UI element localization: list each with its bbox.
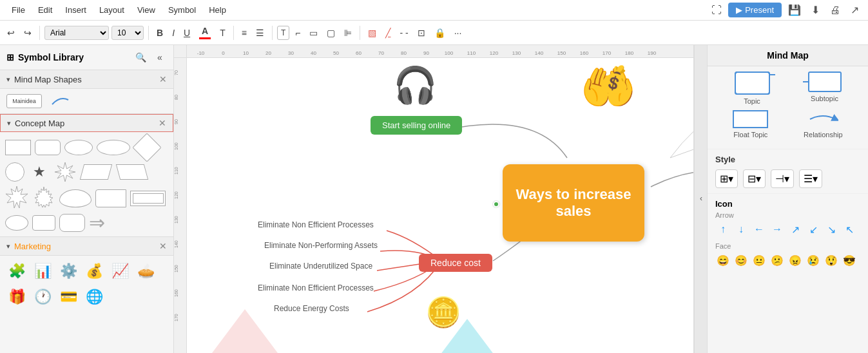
concept-scroll-shape[interactable] — [95, 189, 126, 207]
marketing-icon-6[interactable]: 🎁 — [5, 285, 28, 309]
marketing-icon-9[interactable]: 🌐 — [82, 285, 106, 309]
menu-help[interactable]: Help — [202, 3, 233, 17]
align-options-button[interactable]: ☰ — [253, 26, 267, 40]
face-neutral-icon[interactable]: 😐 — [751, 253, 767, 268]
print-button[interactable]: 🖨 — [826, 2, 844, 19]
menu-insert[interactable]: Insert — [59, 3, 93, 17]
concept-parallelogram-shape[interactable] — [80, 164, 112, 180]
menu-view[interactable]: View — [131, 3, 162, 17]
concept-speech-rect-shape[interactable] — [32, 215, 55, 231]
menu-symbol[interactable]: Symbol — [162, 3, 202, 17]
concept-speech-rect2-shape[interactable] — [59, 214, 85, 232]
face-surprise-icon[interactable]: 😲 — [824, 253, 839, 268]
style-layout-4[interactable]: ☰▾ — [799, 169, 822, 188]
marketing-close-button[interactable]: ✕ — [159, 241, 167, 251]
branch-label-4[interactable]: Reduce Energy Costs — [274, 304, 349, 313]
arrow-se-icon[interactable]: ↘ — [824, 222, 839, 237]
style-layout-1[interactable]: ⊞▾ — [715, 169, 738, 188]
lock-button[interactable]: 🔒 — [431, 26, 448, 40]
main-topic-node[interactable]: Ways to increase sales — [503, 164, 644, 242]
menu-file[interactable]: File — [5, 3, 32, 17]
line-color-button[interactable]: ╱ — [382, 26, 394, 40]
collapse-panel-button[interactable]: « — [153, 50, 167, 64]
search-button[interactable]: 🔍 — [133, 50, 148, 64]
marketing-collapse-arrow[interactable]: ▾ — [6, 242, 10, 251]
face-sad-icon[interactable]: 😢 — [805, 253, 821, 268]
concept-rect-rounded-shape[interactable] — [35, 140, 61, 155]
arrow-up-icon[interactable]: ↑ — [715, 222, 731, 237]
concept-ellipse-lg-shape[interactable] — [97, 140, 130, 155]
face-angry-icon[interactable]: 😠 — [787, 253, 803, 268]
face-happy-icon[interactable]: 😄 — [715, 253, 731, 268]
fullscreen-button[interactable]: ⛶ — [708, 2, 726, 19]
marketing-icon-0[interactable]: 🧩 — [5, 260, 28, 283]
relationship-shape[interactable] — [807, 110, 839, 128]
underline-button[interactable]: U — [180, 26, 193, 40]
align-left-button[interactable]: ≡ — [238, 26, 250, 40]
marketing-icon-1[interactable]: 📊 — [31, 260, 54, 283]
arrow-left-icon[interactable]: ← — [751, 222, 767, 237]
arrow-down-icon[interactable]: ↓ — [733, 222, 749, 237]
concept-callout-shape[interactable] — [130, 191, 166, 206]
connector-button[interactable]: ⌐ — [292, 26, 304, 40]
subtopic-shape[interactable] — [808, 72, 842, 92]
undo-button[interactable]: ↩ — [4, 26, 18, 40]
align-shapes-button[interactable]: ⊫ — [341, 26, 355, 40]
concept-circle-shape[interactable] — [5, 162, 24, 182]
concept-burst-shape[interactable] — [54, 161, 76, 183]
concept-arrow-shape[interactable]: ⇒ — [89, 213, 105, 233]
arrow-sw-icon[interactable]: ↙ — [805, 222, 821, 237]
topic-shape-item[interactable]: Topic — [735, 72, 770, 105]
concept-rect-shape[interactable] — [5, 140, 31, 155]
face-cool-icon[interactable]: 😎 — [842, 253, 857, 268]
concept-diamond-shape[interactable] — [132, 133, 161, 162]
concept-parallelogram-wrap[interactable] — [80, 162, 112, 182]
arrow-ne-icon[interactable]: ↗ — [787, 222, 803, 237]
relationship-shape-item[interactable]: Relationship — [804, 110, 843, 138]
concept-burst3-shape[interactable] — [32, 186, 55, 211]
branch-label-0[interactable]: Eliminate Non Efficient Processes — [258, 220, 374, 229]
face-confused-icon[interactable]: 😕 — [769, 253, 785, 268]
concept-ellipse-sm-shape[interactable] — [64, 140, 93, 155]
fill-color-button[interactable]: ▧ — [365, 26, 380, 40]
mind-map-collapse-arrow[interactable]: ▾ — [6, 75, 10, 84]
branch-label-1[interactable]: Eliminate Non-Performing Assets — [264, 241, 378, 250]
concept-map-close-button[interactable]: ✕ — [159, 118, 166, 128]
share-button[interactable]: ↗ — [847, 1, 863, 19]
concept-star-shape[interactable]: ★ — [28, 161, 50, 183]
font-family-select[interactable]: Arial Times New Roman — [44, 26, 109, 40]
float-topic-shape-item[interactable]: Float Topic — [733, 110, 768, 138]
concept-diamond-wrap[interactable] — [134, 136, 160, 158]
concept-cloud-shape[interactable] — [59, 189, 92, 207]
download-button[interactable]: ⬇ — [807, 1, 824, 19]
concept-rhombus-shape[interactable] — [116, 164, 148, 180]
reduce-cost-node[interactable]: Reduce cost — [419, 254, 492, 272]
style-layout-2[interactable]: ⊟▾ — [743, 169, 766, 188]
collapse-right-panel-button[interactable]: › — [694, 45, 707, 353]
subtopic-shape-item[interactable]: Subtopic — [808, 72, 842, 105]
marketing-icon-7[interactable]: 🕐 — [31, 285, 54, 309]
topic-shape[interactable] — [735, 72, 770, 95]
arrow-nw-icon[interactable]: ↖ — [842, 222, 857, 237]
start-selling-node[interactable]: Start selling online — [371, 116, 462, 135]
shape1-button[interactable]: ▭ — [306, 26, 321, 40]
style-layout-3[interactable]: ⊣▾ — [771, 169, 794, 188]
italic-button[interactable]: I — [169, 26, 178, 40]
more-button[interactable]: ··· — [451, 26, 465, 40]
crop-button[interactable]: ⊡ — [414, 26, 429, 40]
concept-burst2-shape[interactable] — [5, 186, 28, 211]
branch-label-2[interactable]: Eliminate Underutilized Space — [269, 262, 372, 271]
branch-label-3[interactable]: Eliminate Non Efficient Processes — [258, 283, 374, 292]
save-button[interactable]: 💾 — [784, 1, 805, 19]
marketing-icon-5[interactable]: 🥧 — [134, 260, 157, 283]
marketing-icon-2[interactable]: ⚙️ — [57, 260, 80, 283]
present-button[interactable]: ▶ Present — [728, 3, 782, 17]
mainidea-shape[interactable]: Mainidea — [6, 94, 42, 108]
arrow-right-icon[interactable]: → — [769, 222, 785, 237]
canvas-area[interactable]: -10 0 10 20 30 40 50 60 70 80 90 100 110… — [174, 45, 694, 353]
concept-collapse-arrow[interactable]: ▾ — [7, 119, 11, 128]
text-box-button[interactable]: T — [277, 26, 289, 40]
menu-edit[interactable]: Edit — [32, 3, 59, 17]
marketing-icon-8[interactable]: 💳 — [57, 285, 80, 309]
menu-layout[interactable]: Layout — [93, 3, 131, 17]
